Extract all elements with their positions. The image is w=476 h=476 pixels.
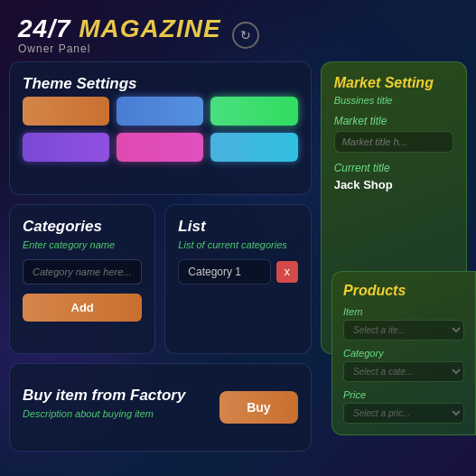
categories-card: Categories Enter category name Add <box>9 204 155 355</box>
list-card: List List of current categories Category… <box>164 204 311 355</box>
products-panel: Products Item Select a ite... Category S… <box>331 271 476 435</box>
products-title: Products <box>343 283 464 299</box>
products-category-select[interactable]: Select a cate... <box>343 361 464 382</box>
products-category-label: Category <box>343 348 464 359</box>
list-subtitle: List of current categories <box>178 239 297 250</box>
products-price-select[interactable]: Select a pric... <box>343 403 464 424</box>
logo: 24/7 MAGAZINE Owner Panel <box>18 16 221 54</box>
products-price-label: Price <box>343 389 464 400</box>
swatch-purple[interactable] <box>23 133 109 162</box>
refresh-button[interactable]: ↻ <box>232 22 259 49</box>
buy-factory-card: Buy item from Factory Description about … <box>9 363 312 452</box>
swatch-orange[interactable] <box>23 97 109 126</box>
list-item-label: Category 1 <box>178 259 270 285</box>
refresh-icon: ↻ <box>240 28 251 42</box>
products-item-label: Item <box>343 306 464 317</box>
market-settings-title: Market Setting <box>334 75 453 91</box>
buy-factory-subtitle: Description about buying item <box>23 408 185 419</box>
logo-name: MAGAZINE <box>79 14 220 42</box>
current-title-value: Jack Shop <box>334 178 453 191</box>
category-input[interactable] <box>23 259 142 285</box>
list-remove-button[interactable]: x <box>276 261 298 283</box>
theme-settings-card: Theme Settings <box>9 61 312 195</box>
add-category-button[interactable]: Add <box>23 294 142 322</box>
swatch-blue[interactable] <box>117 97 203 126</box>
swatch-pink[interactable] <box>117 133 203 162</box>
categories-title: Categories <box>23 218 142 236</box>
list-title: List <box>178 218 297 236</box>
logo-subtitle: Owner Panel <box>18 43 221 54</box>
swatch-teal[interactable] <box>210 133 297 162</box>
buy-factory-title: Buy item from Factory <box>23 387 185 405</box>
buy-button[interactable]: Buy <box>219 391 297 424</box>
list-item: Category 1 x <box>178 259 297 285</box>
current-title-label: Current title <box>334 162 453 174</box>
market-title-label: Market title <box>334 115 453 127</box>
logo-number: 24/7 <box>18 14 71 42</box>
header: 24/7 MAGAZINE Owner Panel ↻ <box>0 0 476 61</box>
products-item-select[interactable]: Select a ite... <box>343 320 464 341</box>
market-settings-subtitle: Bussines title <box>334 95 453 106</box>
market-title-input[interactable] <box>334 131 453 153</box>
color-swatches <box>23 97 298 162</box>
swatch-green[interactable] <box>210 97 297 126</box>
categories-subtitle: Enter category name <box>23 239 142 250</box>
theme-settings-title: Theme Settings <box>23 75 298 93</box>
